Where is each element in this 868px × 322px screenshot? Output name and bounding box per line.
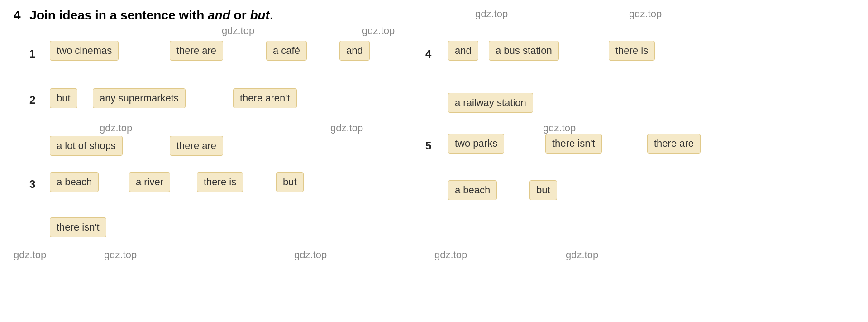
page: 4 Join ideas in a sentence with and or b… (0, 0, 868, 322)
chip-and-2[interactable]: and (448, 41, 478, 61)
watermark: gdz.top (104, 249, 137, 261)
chip-a-river[interactable]: a river (129, 172, 170, 192)
chip-there-isnt-2[interactable]: there isn't (545, 134, 602, 154)
chip-but-1[interactable]: but (50, 88, 77, 108)
chip-two-cinemas[interactable]: two cinemas (50, 41, 119, 61)
chip-any-supermarkets[interactable]: any supermarkets (93, 88, 186, 108)
chip-there-arent[interactable]: there aren't (233, 88, 297, 108)
watermark: gdz.top (222, 25, 254, 37)
exercise-number: 4 (14, 8, 21, 22)
watermark: gdz.top (475, 8, 508, 20)
watermark: gdz.top (294, 249, 327, 261)
exercise-instruction: Join ideas in a sentence with and or but… (29, 8, 273, 22)
group-1-label: 1 (29, 48, 35, 60)
exercise-header: 4 Join ideas in a sentence with and or b… (14, 8, 273, 23)
chip-a-cafe[interactable]: a café (266, 41, 307, 61)
chip-but-3[interactable]: but (529, 180, 557, 200)
watermark: gdz.top (14, 249, 46, 261)
chip-there-is-2[interactable]: there is (609, 41, 655, 61)
group-4-label: 4 (425, 48, 431, 60)
group-5-label: 5 (425, 139, 431, 152)
group-2-label: 2 (29, 94, 35, 106)
chip-but-2[interactable]: but (276, 172, 304, 192)
chip-and-1[interactable]: and (339, 41, 370, 61)
chip-two-parks[interactable]: two parks (448, 134, 504, 154)
chip-there-are-1[interactable]: there are (170, 41, 223, 61)
watermark: gdz.top (434, 249, 467, 261)
chip-there-are-3[interactable]: there are (647, 134, 701, 154)
chip-a-lot-of-shops[interactable]: a lot of shops (50, 136, 123, 156)
watermark: gdz.top (566, 249, 598, 261)
watermark: gdz.top (362, 25, 395, 37)
chip-there-is-1[interactable]: there is (197, 172, 243, 192)
watermark: gdz.top (100, 122, 132, 134)
group-3-label: 3 (29, 178, 35, 191)
chip-there-are-2[interactable]: there are (170, 136, 223, 156)
chip-a-railway-station[interactable]: a railway station (448, 93, 533, 113)
watermark: gdz.top (543, 122, 576, 134)
watermark: gdz.top (330, 122, 363, 134)
chip-a-bus-station[interactable]: a bus station (489, 41, 559, 61)
watermark: gdz.top (629, 8, 662, 20)
chip-a-beach-2[interactable]: a beach (448, 180, 497, 200)
chip-there-isnt-1[interactable]: there isn't (50, 217, 106, 237)
chip-a-beach-1[interactable]: a beach (50, 172, 99, 192)
